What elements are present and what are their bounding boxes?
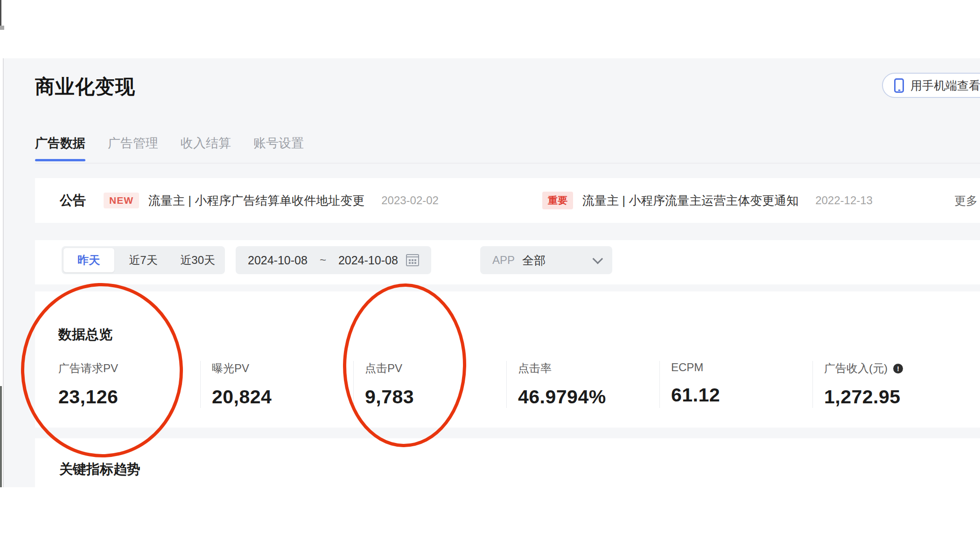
dashboard-screen: 商业化变现 用手机端查看数据 广告数据广告管理收入结算账号设置 公告 NEW 流… [0, 0, 980, 539]
metric-value: 61.12 [671, 384, 812, 406]
metric: 点击PV 9,783 [353, 361, 506, 408]
metric-label: ECPM [671, 361, 703, 374]
overview-section-title: 数据总览 [35, 291, 980, 344]
announcement-date: 2023-02-02 [381, 194, 439, 207]
date-start[interactable]: 2024-10-08 [248, 254, 308, 267]
announcement-items: NEW 流量主 | 小程序广告结算单收件地址变更 2023-02-02 重要 流… [104, 192, 873, 209]
info-icon[interactable]: ! [893, 364, 903, 373]
tab-label: 收入结算 [181, 136, 231, 150]
metric-value: 1,272.95 [824, 386, 966, 408]
page-title: 商业化变现 [35, 74, 135, 100]
tab-label: 账号设置 [253, 136, 304, 150]
metric-value: 46.9794% [518, 386, 659, 408]
announcement-item: NEW 流量主 | 小程序广告结算单收件地址变更 2023-02-02 [104, 193, 439, 209]
metric-value: 20,824 [212, 386, 353, 408]
quick-range-segmented-control: 昨天近7天近30天 [62, 246, 225, 274]
metric-label: 广告请求PV [58, 361, 118, 376]
announcement-title: 公告 [60, 192, 86, 209]
metric: 广告请求PV 23,126 [58, 361, 200, 408]
calendar-icon[interactable] [406, 254, 419, 266]
quick-range-option[interactable]: 昨天 [63, 248, 114, 272]
app-filter-select[interactable]: APP 全部 [480, 246, 612, 274]
announcement-item: 重要 流量主 | 小程序流量主运营主体变更通知 2022-12-13 [542, 192, 873, 209]
chevron-down-icon [593, 254, 603, 264]
announcement-date: 2022-12-13 [815, 194, 873, 207]
tab-label: 广告数据 [35, 136, 85, 150]
tab-bar: 广告数据广告管理收入结算账号设置 [35, 135, 304, 161]
mobile-view-button[interactable]: 用手机端查看数据 [882, 73, 980, 98]
quick-range-option[interactable]: 近30天 [172, 248, 223, 272]
window-edge-line [0, 0, 1, 27]
tab-label: 广告管理 [108, 136, 158, 150]
date-separator: ~ [320, 254, 326, 267]
filter-bar: 昨天近7天近30天 2024-10-08 ~ 2024-10-08 APP 全部 [35, 240, 980, 284]
window-edge-line-bottom [0, 386, 2, 487]
announcement-bar: 公告 NEW 流量主 | 小程序广告结算单收件地址变更 2023-02-02 重… [35, 178, 980, 223]
announcement-link[interactable]: 流量主 | 小程序流量主运营主体变更通知 [582, 193, 798, 209]
date-range-picker[interactable]: 2024-10-08 ~ 2024-10-08 [236, 246, 431, 274]
tab[interactable]: 广告数据 [35, 135, 85, 161]
app-filter-label: APP [492, 254, 515, 267]
quick-range-option[interactable]: 近7天 [118, 248, 169, 272]
tab-bar-divider [35, 163, 980, 164]
metric-label: 点击PV [365, 361, 402, 376]
phone-icon [894, 78, 904, 93]
quick-range-label: 近7天 [129, 254, 157, 266]
metric: 曝光PV 20,824 [200, 361, 353, 408]
announcement-link[interactable]: 流量主 | 小程序广告结算单收件地址变更 [148, 193, 364, 209]
trend-section-title: 关键指标趋势 [35, 438, 980, 479]
tab[interactable]: 账号设置 [253, 135, 304, 161]
metric: 点击率 46.9794% [506, 361, 659, 408]
metrics-row: 广告请求PV 23,126 曝光PV 20,824 点击PV 9,783 点击率… [35, 361, 980, 408]
metric: 广告收入(元) ! 1,272.95 [812, 361, 966, 408]
metric: ECPM 61.12 [659, 361, 812, 408]
data-overview-card: 数据总览 广告请求PV 23,126 曝光PV 20,824 点击PV 9,78… [35, 291, 980, 428]
announcement-more-link[interactable]: 更多 [954, 193, 978, 208]
quick-range-label: 昨天 [77, 254, 100, 266]
window-edge-mark [0, 26, 4, 30]
announcement-badge: NEW [104, 193, 139, 208]
tab[interactable]: 广告管理 [108, 135, 158, 161]
app-filter-value: 全部 [522, 253, 546, 268]
metric-label: 曝光PV [212, 361, 249, 376]
metric-value: 9,783 [365, 386, 506, 408]
mobile-view-button-label: 用手机端查看数据 [910, 78, 980, 93]
trend-card: 关键指标趋势 [35, 438, 980, 487]
date-end[interactable]: 2024-10-08 [338, 254, 398, 267]
metric-label: 点击率 [518, 361, 552, 376]
metric-value: 23,126 [58, 386, 200, 408]
announcement-badge: 重要 [542, 192, 573, 209]
metric-label: 广告收入(元) [824, 361, 888, 376]
quick-range-label: 近30天 [180, 254, 215, 266]
tab[interactable]: 收入结算 [181, 135, 231, 161]
